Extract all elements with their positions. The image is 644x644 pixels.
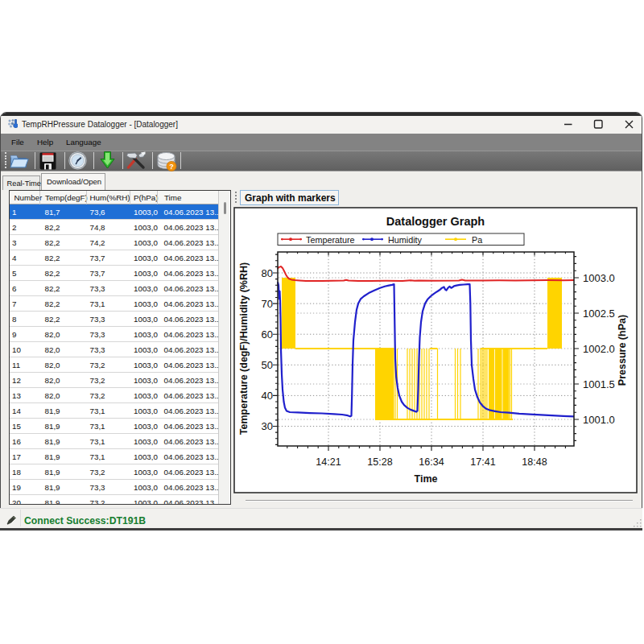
svg-text:16:34: 16:34 [419, 456, 444, 468]
svg-text:Time: Time [415, 473, 438, 485]
svg-text:80: 80 [262, 267, 273, 279]
svg-text:1001.5: 1001.5 [583, 378, 615, 390]
svg-text:1001.0: 1001.0 [583, 414, 615, 426]
svg-text:Temperature (degF)/Humidity (%: Temperature (degF)/Humidity (%RH) [238, 262, 250, 435]
svg-text:18:48: 18:48 [522, 456, 547, 468]
svg-text:Pressure (hPa): Pressure (hPa) [617, 315, 628, 386]
svg-text:70: 70 [262, 298, 273, 310]
svg-text:Humidity: Humidity [388, 235, 423, 245]
svg-text:1002.5: 1002.5 [583, 308, 615, 320]
svg-text:30: 30 [262, 420, 273, 432]
svg-text:?: ? [169, 163, 174, 171]
svg-text:50: 50 [262, 359, 273, 371]
svg-text:14:21: 14:21 [316, 456, 341, 468]
svg-text:60: 60 [262, 328, 273, 341]
svg-text:40: 40 [262, 390, 273, 402]
svg-text:Datalogger Graph: Datalogger Graph [386, 215, 485, 228]
svg-text:1002.0: 1002.0 [583, 343, 615, 355]
svg-text:1003.0: 1003.0 [583, 272, 615, 284]
svg-text:Pa: Pa [472, 235, 482, 245]
svg-text:15:28: 15:28 [367, 456, 392, 468]
svg-text:17:41: 17:41 [470, 456, 495, 468]
svg-text:Temperature: Temperature [306, 235, 355, 245]
